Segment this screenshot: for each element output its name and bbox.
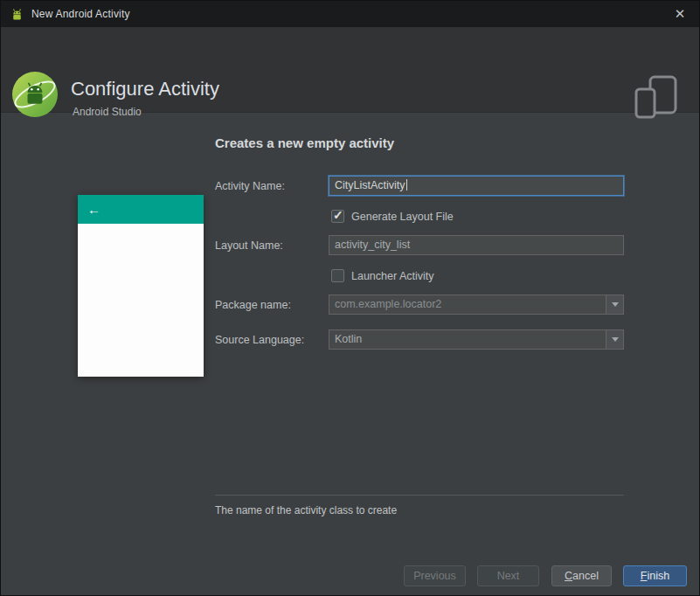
launcher-activity-label: Launcher Activity: [351, 270, 434, 282]
launcher-activity-checkbox[interactable]: [331, 269, 344, 282]
title-bar: New Android Activity ✕: [1, 1, 699, 27]
source-language-dropdown-button[interactable]: [606, 330, 623, 349]
wizard-body: Creates a new empty activity ← Activity …: [1, 114, 699, 595]
source-language-dropdown[interactable]: Kotlin: [329, 329, 624, 350]
new-activity-dialog: New Android Activity ✕: [0, 0, 700, 596]
activity-preview-thumbnail: ←: [78, 195, 204, 377]
close-icon[interactable]: ✕: [669, 1, 690, 27]
generate-layout-checkbox[interactable]: ✓: [331, 210, 344, 223]
hint-separator: [215, 495, 624, 496]
launcher-activity-checkbox-row[interactable]: Launcher Activity: [331, 269, 434, 282]
field-hint-text: The name of the activity class to create: [215, 504, 397, 516]
android-studio-logo-icon: [11, 71, 59, 118]
source-language-value: Kotlin: [335, 333, 362, 345]
checkmark-icon: ✓: [333, 208, 343, 222]
preview-content-area: [78, 224, 204, 377]
package-name-value: com.example.locator2: [335, 298, 441, 310]
generate-layout-label: Generate Layout File: [351, 211, 454, 223]
chevron-down-icon: [612, 302, 619, 307]
cancel-button[interactable]: Cancel: [551, 565, 612, 586]
package-name-combobox[interactable]: com.example.locator2: [329, 295, 624, 315]
finish-label-rest: inish: [647, 570, 669, 582]
back-arrow-icon: ←: [87, 202, 100, 217]
layout-name-value: activity_city_list: [335, 239, 410, 251]
header-title: Configure Activity: [71, 78, 219, 100]
cancel-label-rest: ancel: [572, 570, 599, 582]
next-button[interactable]: Next: [477, 565, 539, 586]
chevron-down-icon: [612, 337, 619, 342]
window-title: New Android Activity: [31, 8, 130, 20]
cancel-mnemonic: C: [565, 570, 572, 582]
generate-layout-checkbox-row[interactable]: ✓ Generate Layout File: [331, 210, 454, 223]
android-app-icon: [10, 7, 24, 22]
layout-name-label: Layout Name:: [215, 239, 283, 252]
activity-name-value: CityListActivity: [335, 179, 405, 191]
previous-button[interactable]: Previous: [404, 565, 466, 586]
preview-appbar: ←: [78, 195, 204, 224]
text-caret: [406, 179, 407, 191]
activity-name-label: Activity Name:: [215, 180, 285, 192]
form-heading: Creates a new empty activity: [215, 135, 394, 150]
package-name-label: Package name:: [215, 299, 291, 311]
activity-name-input[interactable]: CityListActivity: [329, 176, 624, 196]
source-language-label: Source Language:: [215, 334, 304, 346]
layout-name-input[interactable]: activity_city_list: [329, 235, 624, 255]
wizard-header: Configure Activity Android Studio: [1, 27, 699, 113]
package-name-dropdown-button[interactable]: [606, 295, 623, 314]
finish-button[interactable]: Finish: [623, 565, 687, 586]
